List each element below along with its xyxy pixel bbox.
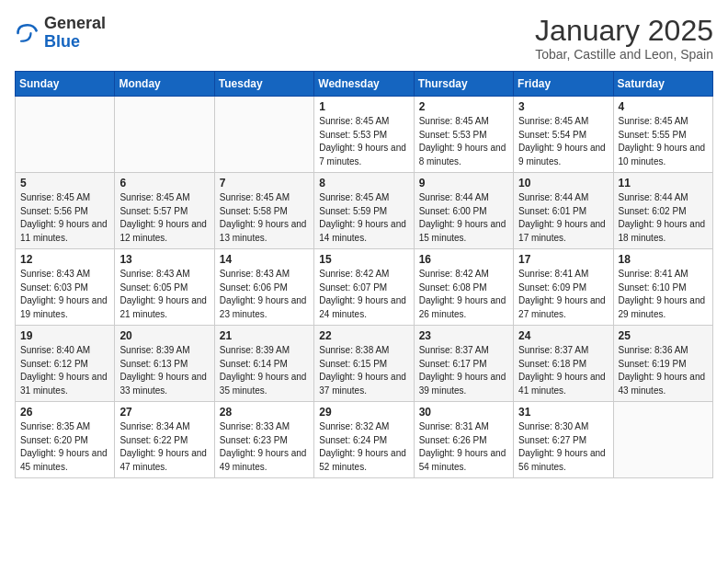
calendar-cell	[214, 97, 313, 173]
title-area: January 2025 Tobar, Castille and Leon, S…	[535, 15, 713, 62]
day-number: 12	[20, 253, 109, 266]
day-number: 21	[220, 329, 309, 342]
day-number: 30	[419, 406, 508, 419]
day-info: Sunrise: 8:44 AM Sunset: 6:00 PM Dayligh…	[419, 191, 508, 245]
calendar-cell: 11Sunrise: 8:44 AM Sunset: 6:02 PM Dayli…	[613, 173, 712, 249]
day-number: 31	[518, 406, 608, 419]
day-info: Sunrise: 8:37 AM Sunset: 6:17 PM Dayligh…	[419, 344, 508, 397]
day-number: 29	[319, 406, 408, 419]
day-info: Sunrise: 8:44 AM Sunset: 6:01 PM Dayligh…	[518, 191, 608, 245]
day-info: Sunrise: 8:45 AM Sunset: 5:58 PM Dayligh…	[220, 191, 309, 245]
logo-icon	[15, 20, 40, 46]
calendar-cell: 9Sunrise: 8:44 AM Sunset: 6:00 PM Daylig…	[414, 173, 513, 249]
month-title: January 2025	[535, 15, 713, 47]
day-number: 17	[518, 253, 608, 266]
day-number: 28	[220, 406, 309, 419]
day-info: Sunrise: 8:45 AM Sunset: 5:57 PM Dayligh…	[119, 191, 209, 245]
day-number: 26	[20, 406, 109, 419]
calendar-cell: 23Sunrise: 8:37 AM Sunset: 6:17 PM Dayli…	[414, 326, 513, 402]
day-info: Sunrise: 8:34 AM Sunset: 6:22 PM Dayligh…	[119, 420, 209, 474]
day-info: Sunrise: 8:45 AM Sunset: 5:54 PM Dayligh…	[518, 115, 608, 168]
logo-text: General Blue	[44, 15, 106, 52]
calendar-cell: 17Sunrise: 8:41 AM Sunset: 6:09 PM Dayli…	[514, 249, 613, 326]
day-info: Sunrise: 8:42 AM Sunset: 6:08 PM Dayligh…	[419, 268, 508, 321]
day-number: 9	[419, 177, 508, 190]
day-number: 15	[319, 253, 408, 266]
day-info: Sunrise: 8:45 AM Sunset: 5:59 PM Dayligh…	[319, 191, 408, 245]
day-number: 16	[419, 253, 508, 266]
weekday-header-tuesday: Tuesday	[214, 72, 313, 97]
calendar-cell: 19Sunrise: 8:40 AM Sunset: 6:12 PM Dayli…	[16, 326, 115, 402]
day-info: Sunrise: 8:31 AM Sunset: 6:26 PM Dayligh…	[419, 420, 508, 474]
calendar-cell: 5Sunrise: 8:45 AM Sunset: 5:56 PM Daylig…	[16, 173, 115, 249]
day-number: 3	[518, 100, 608, 113]
day-number: 27	[119, 406, 209, 419]
day-info: Sunrise: 8:42 AM Sunset: 6:07 PM Dayligh…	[319, 268, 408, 321]
day-info: Sunrise: 8:43 AM Sunset: 6:05 PM Dayligh…	[119, 268, 209, 321]
location-title: Tobar, Castille and Leon, Spain	[535, 47, 713, 62]
calendar-cell: 1Sunrise: 8:45 AM Sunset: 5:53 PM Daylig…	[314, 97, 414, 173]
day-info: Sunrise: 8:43 AM Sunset: 6:06 PM Dayligh…	[220, 268, 309, 321]
day-number: 11	[619, 177, 708, 190]
day-number: 14	[220, 253, 309, 266]
day-number: 18	[619, 253, 708, 266]
calendar-cell: 8Sunrise: 8:45 AM Sunset: 5:59 PM Daylig…	[314, 173, 414, 249]
day-info: Sunrise: 8:33 AM Sunset: 6:23 PM Dayligh…	[220, 420, 309, 474]
day-number: 23	[419, 329, 508, 342]
logo: General Blue	[15, 15, 106, 52]
day-number: 13	[119, 253, 209, 266]
day-number: 7	[220, 177, 309, 190]
calendar-cell: 12Sunrise: 8:43 AM Sunset: 6:03 PM Dayli…	[16, 249, 115, 326]
day-info: Sunrise: 8:45 AM Sunset: 5:53 PM Dayligh…	[319, 115, 408, 168]
day-info: Sunrise: 8:30 AM Sunset: 6:27 PM Dayligh…	[518, 420, 608, 474]
day-info: Sunrise: 8:37 AM Sunset: 6:18 PM Dayligh…	[518, 344, 608, 397]
day-info: Sunrise: 8:43 AM Sunset: 6:03 PM Dayligh…	[20, 268, 109, 321]
calendar-cell: 26Sunrise: 8:35 AM Sunset: 6:20 PM Dayli…	[16, 402, 115, 478]
calendar-cell: 27Sunrise: 8:34 AM Sunset: 6:22 PM Dayli…	[115, 402, 214, 478]
day-number: 5	[20, 177, 109, 190]
calendar-cell: 21Sunrise: 8:39 AM Sunset: 6:14 PM Dayli…	[214, 326, 313, 402]
day-info: Sunrise: 8:41 AM Sunset: 6:09 PM Dayligh…	[518, 268, 608, 321]
day-info: Sunrise: 8:36 AM Sunset: 6:19 PM Dayligh…	[619, 344, 708, 397]
day-number: 10	[518, 177, 608, 190]
day-number: 24	[518, 329, 608, 342]
day-number: 1	[319, 100, 408, 113]
day-info: Sunrise: 8:38 AM Sunset: 6:15 PM Dayligh…	[319, 344, 408, 397]
day-info: Sunrise: 8:45 AM Sunset: 5:56 PM Dayligh…	[20, 191, 109, 245]
day-number: 4	[619, 100, 708, 113]
day-info: Sunrise: 8:41 AM Sunset: 6:10 PM Dayligh…	[619, 268, 708, 321]
day-number: 6	[119, 177, 209, 190]
calendar-cell	[115, 97, 214, 173]
weekday-header-monday: Monday	[115, 72, 214, 97]
calendar-cell: 2Sunrise: 8:45 AM Sunset: 5:53 PM Daylig…	[414, 97, 513, 173]
calendar-cell: 28Sunrise: 8:33 AM Sunset: 6:23 PM Dayli…	[214, 402, 313, 478]
weekday-header-friday: Friday	[514, 72, 613, 97]
calendar-cell: 30Sunrise: 8:31 AM Sunset: 6:26 PM Dayli…	[414, 402, 513, 478]
day-number: 25	[619, 329, 708, 342]
day-info: Sunrise: 8:44 AM Sunset: 6:02 PM Dayligh…	[619, 191, 708, 245]
day-number: 20	[119, 329, 209, 342]
calendar-cell: 4Sunrise: 8:45 AM Sunset: 5:55 PM Daylig…	[613, 97, 712, 173]
calendar-cell: 6Sunrise: 8:45 AM Sunset: 5:57 PM Daylig…	[115, 173, 214, 249]
day-info: Sunrise: 8:39 AM Sunset: 6:14 PM Dayligh…	[220, 344, 309, 397]
calendar-cell: 31Sunrise: 8:30 AM Sunset: 6:27 PM Dayli…	[514, 402, 613, 478]
calendar-cell: 20Sunrise: 8:39 AM Sunset: 6:13 PM Dayli…	[115, 326, 214, 402]
calendar-cell: 13Sunrise: 8:43 AM Sunset: 6:05 PM Dayli…	[115, 249, 214, 326]
calendar-cell: 18Sunrise: 8:41 AM Sunset: 6:10 PM Dayli…	[613, 249, 712, 326]
calendar-cell	[613, 402, 712, 478]
calendar-cell: 22Sunrise: 8:38 AM Sunset: 6:15 PM Dayli…	[314, 326, 414, 402]
calendar-cell: 10Sunrise: 8:44 AM Sunset: 6:01 PM Dayli…	[514, 173, 613, 249]
weekday-header-thursday: Thursday	[414, 72, 513, 97]
day-info: Sunrise: 8:35 AM Sunset: 6:20 PM Dayligh…	[20, 420, 109, 474]
calendar-cell: 24Sunrise: 8:37 AM Sunset: 6:18 PM Dayli…	[514, 326, 613, 402]
day-info: Sunrise: 8:32 AM Sunset: 6:24 PM Dayligh…	[319, 420, 408, 474]
page-header: General Blue January 2025 Tobar, Castill…	[15, 15, 713, 62]
calendar-cell: 15Sunrise: 8:42 AM Sunset: 6:07 PM Dayli…	[314, 249, 414, 326]
weekday-header-saturday: Saturday	[613, 72, 712, 97]
calendar-cell: 14Sunrise: 8:43 AM Sunset: 6:06 PM Dayli…	[214, 249, 313, 326]
day-number: 19	[20, 329, 109, 342]
calendar-cell: 7Sunrise: 8:45 AM Sunset: 5:58 PM Daylig…	[214, 173, 313, 249]
calendar-cell: 25Sunrise: 8:36 AM Sunset: 6:19 PM Dayli…	[613, 326, 712, 402]
day-info: Sunrise: 8:40 AM Sunset: 6:12 PM Dayligh…	[20, 344, 109, 397]
day-number: 22	[319, 329, 408, 342]
